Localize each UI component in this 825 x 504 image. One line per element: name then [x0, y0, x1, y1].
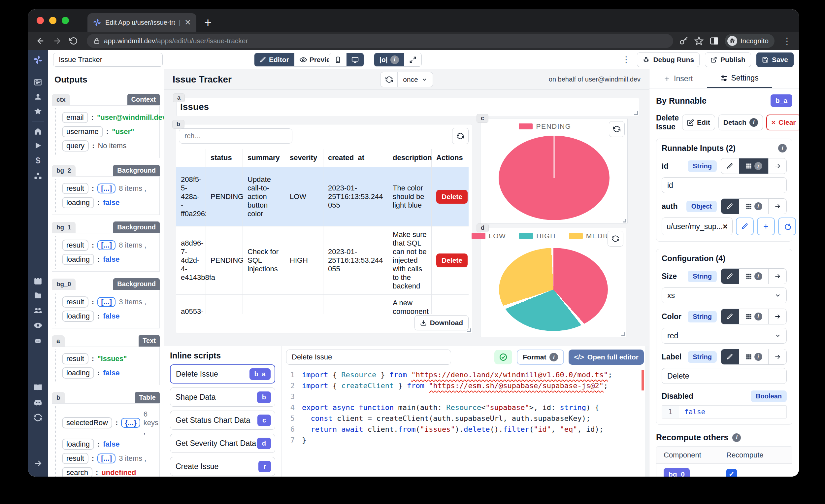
output-section-bg1[interactable]: bg_1Background result:[...]8 items , loa…: [52, 221, 160, 272]
table-row[interactable]: 208f5-5-428a--ff0a2962 PENDING Update ca…: [176, 167, 469, 226]
windmill-logo-icon[interactable]: [33, 50, 43, 69]
output-section-a[interactable]: aText result:"Issues" loading:false: [52, 335, 160, 385]
chart-refresh-button[interactable]: [609, 121, 625, 137]
eval-input-button[interactable]: [768, 199, 786, 214]
table-row[interactable]: a8d96-7-4d2d-4-e4143b8fa PENDING Check f…: [176, 226, 469, 294]
static-value-button[interactable]: [721, 309, 739, 324]
color-select[interactable]: red: [662, 328, 787, 344]
script-item-delete-issue[interactable]: Delete Issueb_a: [170, 364, 275, 383]
sidebar-item-folders[interactable]: [34, 291, 42, 300]
label-value-input[interactable]: [662, 368, 787, 384]
discord-icon[interactable]: [33, 398, 43, 407]
resize-handle[interactable]: [467, 329, 471, 332]
pie-chart-severity[interactable]: d LOW HIGH MEDIUM: [480, 228, 626, 337]
browser-menu-icon[interactable]: ⋮: [780, 35, 794, 47]
output-key[interactable]: loading: [62, 310, 94, 322]
script-name-input[interactable]: [286, 350, 451, 365]
clear-runnable-button[interactable]: ×Clear: [766, 115, 799, 130]
static-value-button[interactable]: [721, 158, 739, 173]
sidebar-item-user[interactable]: [34, 92, 42, 101]
desktop-view-button[interactable]: [347, 53, 364, 66]
reload-icon[interactable]: [66, 37, 81, 45]
output-key[interactable]: search: [62, 467, 92, 477]
section-id-chip[interactable]: bg_2: [52, 165, 76, 176]
sidebar-item-variables[interactable]: $: [35, 155, 40, 166]
legend-item[interactable]: PENDING: [519, 123, 571, 130]
output-section-b[interactable]: bTable selectedRow:{...}6 keys , loading…: [52, 392, 160, 477]
script-item-get-status-chart-data[interactable]: Get Status Chart Datac: [170, 411, 275, 430]
col-summary[interactable]: summary: [243, 149, 285, 167]
clear-resource-icon[interactable]: ×: [723, 221, 728, 232]
editor-mode-button[interactable]: Editor: [254, 53, 294, 66]
id-value-input[interactable]: [662, 177, 787, 193]
output-section-bg2[interactable]: bg_2Background result:[...]8 items , loa…: [52, 165, 160, 215]
password-key-icon[interactable]: [679, 36, 688, 46]
section-id-chip[interactable]: bg_1: [52, 222, 76, 233]
static-value-button[interactable]: [721, 349, 739, 364]
new-tab-button[interactable]: +: [204, 15, 212, 30]
array-pill[interactable]: [...]: [97, 184, 116, 194]
output-key[interactable]: selectedRow: [62, 417, 112, 428]
col-severity[interactable]: severity: [285, 149, 323, 167]
canvas-grid[interactable]: a Issues b status: [164, 90, 649, 346]
col-description[interactable]: description: [388, 149, 432, 167]
collapse-rail-icon[interactable]: [34, 459, 42, 468]
connect-output-button[interactable]: i: [739, 309, 768, 324]
resize-handle[interactable]: [634, 111, 638, 115]
tab-insert[interactable]: Insert: [657, 69, 699, 88]
eval-input-button[interactable]: [768, 309, 786, 324]
fullscreen-button[interactable]: [404, 53, 422, 66]
table-refresh-button[interactable]: [452, 128, 469, 144]
sidebar-item-runs[interactable]: [34, 142, 42, 149]
col-created-at[interactable]: created_at: [323, 149, 388, 167]
output-section-bg0[interactable]: bg_0Background result:[...]3 items , loa…: [52, 278, 160, 329]
refresh-app-button[interactable]: [380, 72, 398, 87]
alignment-tool-button[interactable]: |o| i: [374, 53, 404, 66]
resize-handle[interactable]: [621, 332, 625, 336]
delete-row-button[interactable]: Delete: [436, 190, 468, 204]
legend-item[interactable]: LOW: [471, 232, 506, 240]
minimize-window-button[interactable]: [49, 17, 57, 24]
eval-input-button[interactable]: [768, 269, 786, 284]
section-id-chip[interactable]: ctx: [52, 94, 70, 105]
output-key[interactable]: query: [62, 140, 89, 151]
object-pill[interactable]: {...}: [121, 418, 140, 428]
side-panel-icon[interactable]: [709, 36, 719, 46]
sidebar-item-resources[interactable]: [33, 172, 43, 181]
more-options-icon[interactable]: ⋮: [620, 55, 631, 65]
component-tab-c[interactable]: c: [476, 114, 489, 123]
sidebar-item-schedules[interactable]: [34, 277, 42, 285]
col-status[interactable]: status: [206, 149, 243, 167]
browser-tab[interactable]: Edit App u/user/issue-tracker | ✕: [87, 13, 196, 32]
script-item-create-issue[interactable]: Create Issuer: [170, 457, 275, 476]
size-select[interactable]: xs: [662, 287, 787, 303]
output-key[interactable]: result: [62, 353, 88, 364]
sidebar-item-workers[interactable]: [33, 336, 43, 345]
connect-output-button[interactable]: i: [739, 158, 768, 173]
col-id[interactable]: [176, 149, 206, 167]
forward-icon[interactable]: [50, 36, 64, 46]
close-tab-icon[interactable]: ✕: [184, 18, 191, 27]
sidebar-item-home[interactable]: [34, 127, 42, 136]
refresh-mode-select[interactable]: once: [398, 72, 433, 87]
mobile-view-button[interactable]: [329, 53, 347, 66]
output-key[interactable]: result: [62, 240, 88, 251]
sidebar-item-groups[interactable]: [33, 306, 43, 315]
sync-icon[interactable]: [34, 413, 42, 422]
section-id-chip[interactable]: bg_0: [52, 279, 76, 290]
component-tab-a[interactable]: a: [173, 93, 185, 102]
pie-chart-status[interactable]: c PENDING: [480, 118, 628, 224]
chart-refresh-button[interactable]: [607, 231, 623, 246]
resource-picker[interactable]: u/user/my_sup...×: [662, 218, 733, 235]
edit-resource-button[interactable]: [736, 218, 754, 235]
connect-output-button[interactable]: i: [739, 349, 768, 364]
component-tab-b[interactable]: b: [172, 120, 184, 129]
output-key[interactable]: username: [62, 126, 103, 137]
delete-row-button[interactable]: Delete: [436, 254, 468, 267]
output-key[interactable]: result: [62, 183, 88, 194]
refresh-resource-button[interactable]: [778, 218, 796, 235]
app-title-input[interactable]: [53, 53, 163, 67]
format-button[interactable]: Formati: [517, 350, 564, 365]
connect-output-button[interactable]: i: [739, 269, 768, 284]
resize-handle[interactable]: [623, 219, 626, 222]
